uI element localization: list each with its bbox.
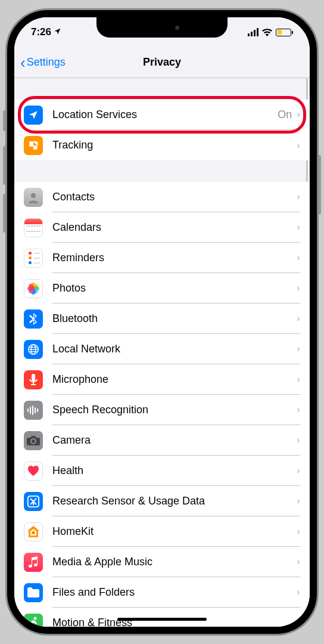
row-files[interactable]: Files and Folders › xyxy=(14,577,310,608)
chevron-right-icon: › xyxy=(297,109,300,120)
row-label: Calendars xyxy=(52,221,297,234)
notch xyxy=(96,17,228,38)
row-camera[interactable]: Camera › xyxy=(14,425,310,456)
row-label: Location Services xyxy=(52,109,278,121)
back-label: Settings xyxy=(27,56,66,69)
row-homekit[interactable]: HomeKit › xyxy=(14,516,310,547)
chevron-right-icon: › xyxy=(297,282,300,294)
location-arrow-icon xyxy=(54,26,61,38)
row-label: Files and Folders xyxy=(52,586,297,599)
row-location-services[interactable]: Location Services On › xyxy=(14,100,310,130)
row-health[interactable]: Health › xyxy=(14,456,310,486)
chevron-right-icon: › xyxy=(297,191,300,203)
chevron-right-icon: › xyxy=(297,373,300,385)
camera-icon xyxy=(24,431,43,450)
chevron-right-icon: › xyxy=(297,140,300,151)
nav-bar: ‹ Settings Privacy xyxy=(14,47,310,78)
chevron-right-icon: › xyxy=(297,312,300,324)
chevron-right-icon: › xyxy=(297,252,300,264)
speech-recognition-icon xyxy=(24,401,43,420)
row-label: Health xyxy=(52,465,297,477)
contacts-icon xyxy=(24,188,43,207)
microphone-icon xyxy=(24,370,43,389)
row-local-network[interactable]: Local Network › xyxy=(14,334,310,364)
cellular-signal-icon xyxy=(248,28,258,36)
battery-icon xyxy=(276,29,293,36)
volume-up-button[interactable] xyxy=(3,146,7,185)
row-label: Contacts xyxy=(52,191,297,203)
row-label: HomeKit xyxy=(52,525,297,538)
silent-switch[interactable] xyxy=(3,110,7,131)
row-motion[interactable]: Motion & Fitness › xyxy=(14,608,310,627)
chevron-right-icon: › xyxy=(297,404,300,416)
power-button[interactable] xyxy=(317,155,321,215)
location-icon xyxy=(24,106,43,125)
section-data-access: Contacts › xyxy=(14,182,310,627)
row-photos[interactable]: Photos › xyxy=(14,273,310,304)
row-label: Bluetooth xyxy=(52,312,297,325)
status-time: 7:26 xyxy=(31,26,51,38)
calendar-icon xyxy=(24,218,43,237)
research-icon xyxy=(24,492,43,511)
chevron-right-icon: › xyxy=(297,434,300,446)
row-microphone[interactable]: Microphone › xyxy=(14,364,310,395)
bluetooth-icon xyxy=(24,309,43,329)
media-apple-music-icon xyxy=(24,553,43,572)
row-reminders[interactable]: Reminders › xyxy=(14,243,310,273)
files-folders-icon xyxy=(24,583,43,602)
volume-down-button[interactable] xyxy=(3,194,7,233)
row-label: Speech Recognition xyxy=(52,404,297,416)
motion-fitness-icon xyxy=(24,614,43,627)
row-label: Media & Apple Music xyxy=(52,556,297,568)
row-label: Reminders xyxy=(52,252,297,264)
wifi-icon xyxy=(262,29,272,36)
row-bluetooth[interactable]: Bluetooth › xyxy=(14,304,310,334)
chevron-right-icon: › xyxy=(297,221,300,233)
row-research[interactable]: Research Sensor & Usage Data › xyxy=(14,486,310,516)
home-indicator[interactable] xyxy=(117,618,207,621)
local-network-icon xyxy=(24,340,43,359)
tracking-icon xyxy=(24,136,43,155)
chevron-right-icon: › xyxy=(297,343,300,355)
row-value: On xyxy=(278,109,292,121)
row-label: Research Sensor & Usage Data xyxy=(52,495,297,507)
chevron-right-icon: › xyxy=(297,586,300,598)
row-label: Tracking xyxy=(52,139,297,151)
photos-icon xyxy=(24,279,43,298)
svg-rect-7 xyxy=(32,374,35,381)
row-label: Camera xyxy=(52,434,297,447)
row-label: Local Network xyxy=(52,343,297,355)
row-calendars[interactable]: Calendars › xyxy=(14,212,310,243)
row-contacts[interactable]: Contacts › xyxy=(14,182,310,212)
row-tracking[interactable]: Tracking › xyxy=(14,130,310,160)
svg-point-16 xyxy=(34,617,37,620)
chevron-right-icon: › xyxy=(297,495,300,507)
row-label: Microphone xyxy=(52,373,297,386)
row-label: Photos xyxy=(52,282,297,295)
health-icon xyxy=(24,462,43,481)
phone-frame: 7:26 ‹ Settings xyxy=(7,10,317,634)
reminders-icon xyxy=(24,249,43,268)
settings-content[interactable]: Location Services On › Tracking › xyxy=(14,78,310,627)
chevron-right-icon: › xyxy=(297,556,300,568)
row-speech-recognition[interactable]: Speech Recognition › xyxy=(14,395,310,425)
chevron-right-icon: › xyxy=(297,465,300,476)
page-title: Privacy xyxy=(143,56,181,69)
back-button[interactable]: ‹ Settings xyxy=(20,55,66,70)
section-tracking: Location Services On › Tracking › xyxy=(14,100,310,160)
svg-point-1 xyxy=(31,193,36,198)
chevron-right-icon: › xyxy=(297,525,300,537)
homekit-icon xyxy=(24,522,43,541)
chevron-left-icon: ‹ xyxy=(20,55,26,70)
row-media[interactable]: Media & Apple Music › xyxy=(14,547,310,577)
chevron-right-icon: › xyxy=(297,617,300,627)
